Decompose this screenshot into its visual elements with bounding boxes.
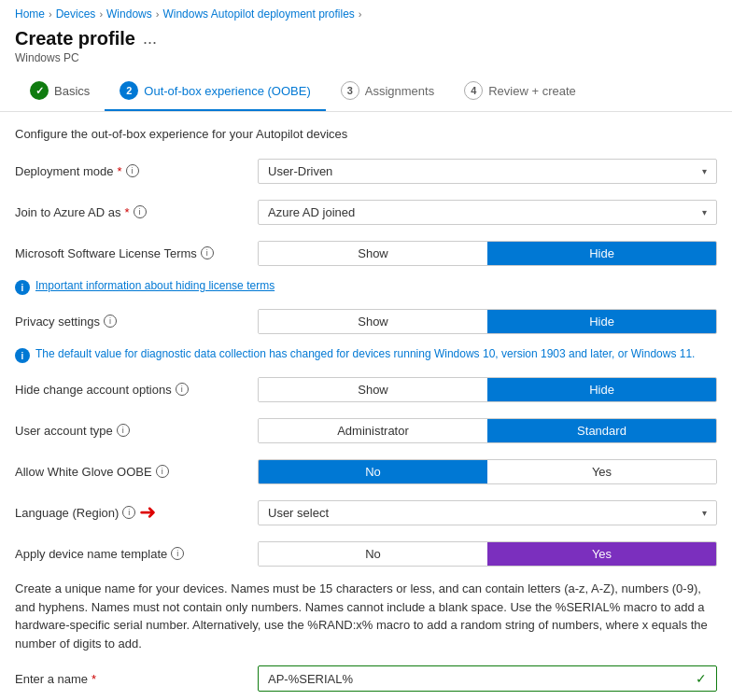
breadcrumb-windows[interactable]: Windows [106, 7, 152, 21]
tab-basics[interactable]: ✓ Basics [15, 72, 105, 111]
breadcrumb-sep-2: › [99, 8, 103, 20]
hide-change-account-info-icon[interactable]: i [176, 383, 189, 396]
page-subtitle: Windows PC [15, 51, 717, 64]
allow-white-glove-info-icon[interactable]: i [156, 465, 169, 478]
license-info-msg: i Important information about hiding lic… [15, 279, 717, 295]
hide-change-account-show-btn[interactable]: Show [259, 378, 487, 401]
tab-assignments[interactable]: 3 Assignments [326, 72, 449, 111]
privacy-show-btn[interactable]: Show [259, 310, 487, 333]
breadcrumb-home[interactable]: Home [15, 7, 45, 21]
tab-assignments-label: Assignments [365, 84, 434, 98]
apply-device-name-control: No Yes [258, 541, 717, 567]
deployment-mode-dropdown[interactable]: User-Driven ▾ [258, 159, 717, 184]
chevron-down-icon: ▾ [702, 166, 707, 176]
privacy-warn-text: The default value for diagnostic data co… [35, 347, 695, 360]
apply-device-name-row: Apply device name template i No Yes [15, 539, 717, 568]
breadcrumb-profiles[interactable]: Windows Autopilot deployment profiles [162, 7, 354, 21]
breadcrumb-sep-1: › [49, 8, 52, 20]
license-info-link[interactable]: Important information about hiding licen… [35, 279, 274, 292]
allow-white-glove-toggle: No Yes [258, 459, 717, 484]
enter-name-label: Enter a name * [15, 672, 258, 686]
deployment-mode-control: User-Driven ▾ [258, 159, 717, 184]
tab-oobe[interactable]: 2 Out-of-box experience (OOBE) [105, 72, 325, 111]
apply-device-name-info-icon[interactable]: i [171, 547, 184, 560]
allow-white-glove-no-btn[interactable]: No [259, 460, 487, 483]
breadcrumb: Home › Devices › Windows › Windows Autop… [0, 0, 732, 24]
tab-basics-num: ✓ [30, 81, 49, 100]
language-region-info-icon[interactable]: i [122, 506, 135, 519]
allow-white-glove-yes-btn[interactable]: Yes [487, 460, 716, 483]
license-terms-row: Microsoft Software License Terms i Show … [15, 238, 717, 268]
privacy-settings-label: Privacy settings i [15, 315, 258, 329]
privacy-settings-row: Privacy settings i Show Hide [15, 306, 717, 336]
hide-change-account-hide-btn[interactable]: Hide [487, 378, 716, 401]
tab-oobe-num: 2 [120, 81, 138, 100]
apply-device-name-no-btn[interactable]: No [259, 542, 487, 566]
license-terms-control: Show Hide [258, 241, 717, 266]
language-region-value: User select [268, 506, 329, 520]
tab-oobe-label: Out-of-box experience (OOBE) [144, 84, 310, 98]
privacy-settings-info-icon[interactable]: i [104, 315, 117, 328]
join-azure-info-icon[interactable]: i [134, 205, 147, 218]
info-circle-icon: i [15, 280, 30, 295]
deployment-mode-row: Deployment mode * i User-Driven ▾ [15, 156, 717, 186]
red-arrow-annotation: ➜ [139, 500, 156, 525]
enter-name-required: * [92, 672, 96, 686]
breadcrumb-sep-3: › [156, 8, 160, 20]
user-account-admin-btn[interactable]: Administrator [259, 419, 487, 442]
license-terms-hide-btn[interactable]: Hide [487, 242, 716, 265]
license-terms-toggle: Show Hide [258, 241, 717, 266]
join-azure-control: Azure AD joined ▾ [258, 200, 717, 225]
license-terms-label: Microsoft Software License Terms i [15, 246, 258, 260]
join-azure-value: Azure AD joined [268, 205, 355, 219]
user-account-standard-btn[interactable]: Standard [487, 419, 716, 442]
page-title: Create profile [15, 28, 135, 49]
language-region-row: Language (Region) i ➜ User select ▾ [15, 497, 717, 527]
content-area: Configure the out-of-box experience for … [0, 127, 732, 693]
deployment-mode-value: User-Driven [268, 164, 332, 178]
language-region-dropdown[interactable]: User select ▾ [258, 500, 717, 525]
hide-change-account-row: Hide change account options i Show Hide [15, 374, 717, 404]
tab-assignments-num: 3 [341, 81, 359, 100]
device-name-description: Create a unique name for your devices. N… [15, 580, 717, 652]
user-account-type-toggle: Administrator Standard [258, 418, 717, 443]
tab-basics-label: Basics [54, 84, 90, 98]
page-header: Create profile ... Windows PC [0, 24, 732, 72]
apply-device-name-yes-btn[interactable]: Yes [487, 542, 716, 566]
apply-device-name-label: Apply device name template i [15, 547, 258, 561]
language-region-control: User select ▾ [258, 500, 717, 525]
user-account-type-label: User account type i [15, 424, 258, 438]
tab-review-num: 4 [464, 81, 483, 100]
license-terms-show-btn[interactable]: Show [259, 242, 487, 265]
privacy-warn-icon: i [15, 348, 30, 363]
allow-white-glove-label: Allow White Glove OOBE i [15, 465, 258, 479]
privacy-settings-control: Show Hide [258, 309, 717, 334]
chevron-down-icon: ▾ [702, 508, 707, 518]
enter-name-input[interactable]: AP-%SERIAL% ✓ [258, 665, 717, 692]
hide-change-account-control: Show Hide [258, 377, 717, 402]
more-options-icon[interactable]: ... [143, 29, 157, 49]
privacy-settings-toggle: Show Hide [258, 309, 717, 334]
join-azure-required: * [124, 205, 129, 219]
allow-white-glove-row: Allow White Glove OOBE i No Yes [15, 456, 717, 486]
check-icon: ✓ [696, 671, 707, 686]
privacy-hide-btn[interactable]: Hide [487, 310, 716, 333]
hide-change-account-label: Hide change account options i [15, 383, 258, 397]
tab-review-label: Review + create [488, 84, 576, 98]
chevron-down-icon: ▾ [702, 207, 707, 217]
tab-review[interactable]: 4 Review + create [449, 72, 591, 111]
language-region-label: Language (Region) i ➜ [15, 500, 258, 525]
apply-device-name-toggle: No Yes [258, 541, 717, 567]
breadcrumb-end: › [359, 8, 362, 20]
license-terms-info-icon[interactable]: i [201, 246, 214, 259]
user-account-type-row: User account type i Administrator Standa… [15, 415, 717, 445]
privacy-warn-msg: i The default value for diagnostic data … [15, 347, 717, 363]
user-account-type-control: Administrator Standard [258, 418, 717, 443]
user-account-type-info-icon[interactable]: i [117, 424, 130, 437]
breadcrumb-devices[interactable]: Devices [56, 7, 96, 21]
join-azure-dropdown[interactable]: Azure AD joined ▾ [258, 200, 717, 225]
deployment-mode-info-icon[interactable]: i [126, 164, 139, 177]
join-azure-row: Join to Azure AD as * i Azure AD joined … [15, 197, 717, 227]
hide-change-account-toggle: Show Hide [258, 377, 717, 402]
deployment-mode-required: * [118, 164, 122, 178]
